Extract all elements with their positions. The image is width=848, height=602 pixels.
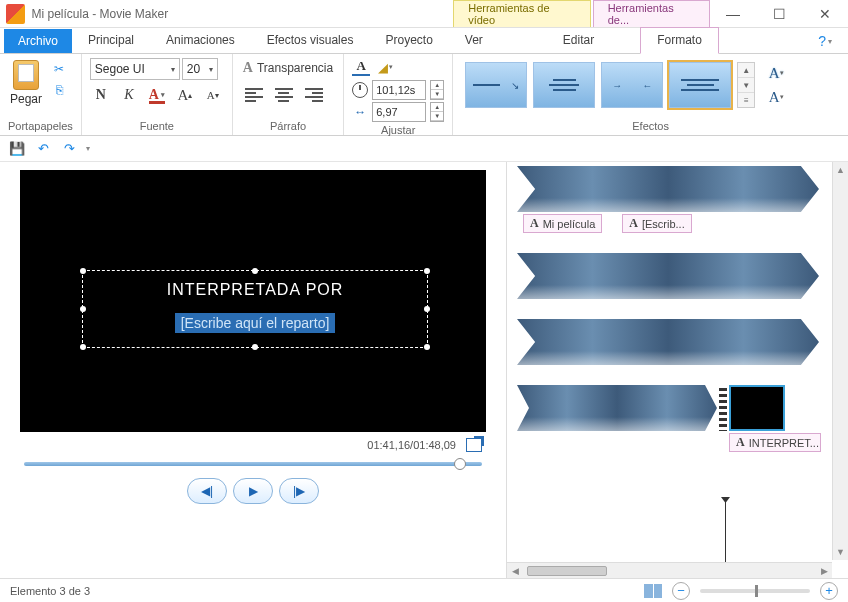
title-bar: Mi película - Movie Maker Herramientas d…	[0, 0, 848, 28]
copy-button[interactable]: ⎘	[50, 81, 68, 99]
font-size-combo[interactable]: 20▾	[182, 58, 218, 80]
help-button[interactable]: ?▾	[812, 29, 838, 53]
timeline-row-2[interactable]	[517, 253, 848, 299]
background-color-button[interactable]: ◢▾	[376, 58, 394, 76]
effect-split[interactable]: →←	[601, 62, 663, 108]
undo-button[interactable]: ↶	[34, 140, 52, 158]
fullscreen-button[interactable]	[466, 438, 482, 452]
title-clip[interactable]	[729, 385, 785, 431]
film-edge-icon	[719, 385, 727, 431]
start-time-icon	[352, 82, 368, 98]
group-label-effects: Efectos	[461, 118, 840, 135]
status-bar: Elemento 3 de 3 − +	[0, 578, 848, 602]
thumbnail-view-button[interactable]	[644, 584, 662, 598]
transparency-label: Transparencia	[257, 61, 333, 75]
caption-line-2[interactable]: [Escribe aquí el reparto]	[175, 313, 336, 333]
align-center-button[interactable]	[271, 84, 297, 106]
video-clip[interactable]	[517, 253, 819, 299]
caption-label-2[interactable]: A[Escrib...	[622, 214, 691, 233]
timeline-row-1[interactable]: AMi película A[Escrib...	[517, 166, 848, 233]
playhead[interactable]	[725, 502, 726, 568]
timeline-row-3[interactable]	[517, 319, 848, 365]
duration-field[interactable]: 6,97	[372, 102, 426, 122]
caption-label-1[interactable]: AMi película	[523, 214, 602, 233]
shrink-font-button[interactable]: A▾	[202, 84, 224, 106]
video-clip[interactable]	[517, 319, 819, 365]
bold-button[interactable]: N	[90, 84, 112, 106]
zoom-out-button[interactable]: −	[672, 582, 690, 600]
group-font: Segoe UI▾ 20▾ N K A▾ A▴ A▾ Fuente	[82, 54, 233, 135]
effect-center[interactable]	[533, 62, 595, 108]
save-button[interactable]: 💾	[8, 140, 26, 158]
group-label-adjust: Ajustar	[352, 122, 444, 139]
tab-principal[interactable]: Principal	[72, 28, 150, 53]
effects-scroll[interactable]: ▲▼≡	[737, 62, 755, 108]
paste-icon	[13, 60, 39, 90]
group-label-clipboard: Portapapeles	[8, 118, 73, 135]
edit-text-button[interactable]: A	[352, 58, 370, 76]
prev-frame-button[interactable]: ◀|	[187, 478, 227, 504]
seek-bar[interactable]	[24, 462, 482, 466]
align-left-button[interactable]	[241, 84, 267, 106]
video-preview[interactable]: INTERPRETADA POR [Escribe aquí el repart…	[20, 170, 486, 432]
caption-line-1: INTERPRETADA POR	[91, 281, 419, 299]
seek-thumb[interactable]	[454, 458, 466, 470]
text-outline-button[interactable]: A▾	[765, 64, 787, 82]
video-clip[interactable]	[517, 166, 819, 212]
horizontal-scrollbar[interactable]: ◀▶	[507, 562, 832, 578]
tab-editar[interactable]: Editar	[547, 28, 610, 53]
maximize-button[interactable]: ☐	[756, 0, 802, 27]
vertical-scrollbar[interactable]: ▲▼	[832, 162, 848, 560]
preview-pane: INTERPRETADA POR [Escribe aquí el repart…	[0, 162, 506, 578]
close-button[interactable]: ✕	[802, 0, 848, 27]
contextual-tabs: Herramientas de vídeo Herramientas de...	[453, 0, 710, 27]
tab-animaciones[interactable]: Animaciones	[150, 28, 251, 53]
duration-icon: ↔	[352, 104, 368, 120]
context-tab-video[interactable]: Herramientas de vídeo	[453, 0, 590, 27]
next-frame-button[interactable]: |▶	[279, 478, 319, 504]
timeline-pane: AMi película A[Escrib... AINTERPRET... ▲…	[506, 162, 848, 578]
group-effects: ↘ →← ▲▼≡ A▾ A▾ Efectos	[453, 54, 848, 135]
play-button[interactable]: ▶	[233, 478, 273, 504]
group-paragraph: A Transparencia Párrafo	[233, 54, 344, 135]
minimize-button[interactable]: —	[710, 0, 756, 27]
caption-label-3[interactable]: AINTERPRET...	[729, 433, 821, 452]
caption-text-box[interactable]: INTERPRETADA POR [Escribe aquí el repart…	[82, 270, 428, 348]
cut-button[interactable]: ✂	[50, 60, 68, 78]
align-right-button[interactable]	[301, 84, 327, 106]
duration-spinner[interactable]: ▲▼	[430, 102, 444, 122]
group-label-font: Fuente	[90, 118, 224, 135]
start-time-field[interactable]: 101,12s	[372, 80, 426, 100]
time-display: 01:41,16/01:48,09	[367, 439, 456, 451]
timeline-row-4[interactable]: AINTERPRET...	[517, 385, 848, 452]
effect-fly-in-left[interactable]: ↘	[465, 62, 527, 108]
tab-efectos-visuales[interactable]: Efectos visuales	[251, 28, 370, 53]
group-label-paragraph: Párrafo	[241, 118, 335, 135]
redo-button[interactable]: ↷	[60, 140, 78, 158]
paste-label: Pegar	[10, 92, 42, 106]
tab-ver[interactable]: Ver	[449, 28, 499, 53]
file-menu[interactable]: Archivo	[4, 29, 72, 53]
font-family-combo[interactable]: Segoe UI▾	[90, 58, 180, 80]
text-effects-button[interactable]: A▾	[765, 88, 787, 106]
italic-button[interactable]: K	[118, 84, 140, 106]
grow-font-button[interactable]: A▴	[174, 84, 196, 106]
status-text: Elemento 3 de 3	[10, 585, 90, 597]
font-color-button[interactable]: A▾	[146, 84, 168, 106]
tab-proyecto[interactable]: Proyecto	[369, 28, 448, 53]
tab-formato[interactable]: Formato	[640, 27, 719, 54]
video-clip[interactable]	[517, 385, 717, 431]
effect-selected[interactable]	[669, 62, 731, 108]
group-clipboard: Pegar ✂ ⎘ Portapapeles	[0, 54, 82, 135]
context-tab-text[interactable]: Herramientas de...	[593, 0, 710, 27]
font-size-value: 20	[187, 62, 200, 76]
main-area: INTERPRETADA POR [Escribe aquí el repart…	[0, 162, 848, 578]
qat-customize[interactable]: ▾	[86, 144, 90, 153]
paste-button[interactable]: Pegar	[8, 58, 44, 108]
zoom-slider[interactable]	[700, 589, 810, 593]
window-title: Mi película - Movie Maker	[31, 7, 168, 21]
transparency-button[interactable]: A Transparencia	[241, 58, 335, 78]
ribbon-tabs: Archivo Principal Animaciones Efectos vi…	[0, 28, 848, 54]
start-time-spinner[interactable]: ▲▼	[430, 80, 444, 100]
zoom-in-button[interactable]: +	[820, 582, 838, 600]
